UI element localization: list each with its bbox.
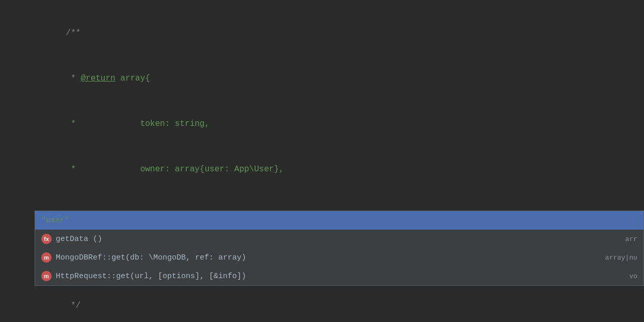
autocomplete-dropdown[interactable]: "user" fx getData () arr m MongoDBRef::g… <box>35 211 644 286</box>
comment-close: */ <box>66 301 81 310</box>
line-content-1: /** <box>21 11 644 55</box>
autocomplete-item-user-text: "user" <box>41 216 637 225</box>
autocomplete-item-getdata-text: getData () <box>56 235 637 244</box>
token-line: * token: string, <box>66 119 210 128</box>
code-line-7: */ <box>0 283 644 322</box>
autocomplete-item-user[interactable]: "user" <box>35 211 643 230</box>
return-tag: @return <box>81 74 115 83</box>
httprequest-label: HttpRequest::get(url, [options], [&info]… <box>56 272 246 281</box>
line-content-3: * token: string, <box>21 102 644 146</box>
httprequest-type-hint: vo <box>629 272 637 280</box>
autocomplete-item-httprequest-text: HttpRequest::get(url, [options], [&info]… <box>56 272 637 281</box>
line-content-4: * owner: array{user: App\User}, <box>21 148 644 191</box>
line-content-2: * @return array{ <box>21 57 644 100</box>
autocomplete-item-getdata[interactable]: fx getData () arr <box>35 230 643 248</box>
editor-container: /** * @return array{ * token: string, * … <box>0 0 644 322</box>
owner-line: * owner: array{user: App\User}, <box>66 165 284 174</box>
user-string-value: "user" <box>41 216 69 225</box>
comment-open: /** <box>66 28 81 38</box>
code-line-4: * owner: array{user: App\User}, <box>0 147 644 192</box>
m-icon-httprequest: m <box>41 271 52 281</box>
mongodbref-type-hint: array|nu <box>605 254 637 262</box>
code-line-1: /** <box>0 10 644 56</box>
code-line-2: * @return array{ <box>0 56 644 101</box>
fx-icon: fx <box>41 234 52 244</box>
autocomplete-item-mongodbref[interactable]: m MongoDBRef::get(db: \MongoDB, ref: arr… <box>35 248 643 267</box>
comment-star-2: * <box>66 74 81 83</box>
return-value: array{ <box>116 74 150 83</box>
getdata-label: getData () <box>56 235 102 244</box>
line-content-7: */ <box>21 284 644 322</box>
mongodbref-label: MongoDBRef::get(db: \MongoDB, ref: array… <box>56 253 246 262</box>
autocomplete-item-httprequest[interactable]: m HttpRequest::get(url, [options], [&inf… <box>35 267 643 285</box>
code-line-3: * token: string, <box>0 101 644 147</box>
getdata-type-hint: arr <box>625 235 637 243</box>
m-icon-mongodbref: m <box>41 252 52 263</box>
autocomplete-item-mongodbref-text: MongoDBRef::get(db: \MongoDB, ref: array… <box>56 253 637 262</box>
